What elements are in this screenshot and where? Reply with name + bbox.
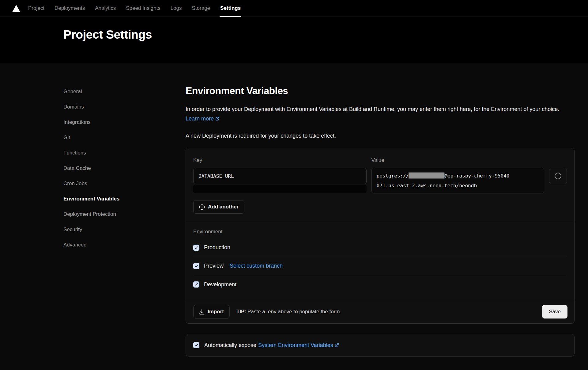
production-label: Production xyxy=(204,244,230,251)
nav-item-storage[interactable]: Storage xyxy=(192,0,210,17)
select-custom-branch-link[interactable]: Select custom branch xyxy=(230,263,283,269)
card-footer: Import TIP:Paste a .env above to populat… xyxy=(186,300,574,323)
check-icon xyxy=(194,282,198,287)
sidebar-item-deployment-protection[interactable]: Deployment Protection xyxy=(63,207,186,222)
page-title: Project Settings xyxy=(0,17,588,41)
preview-label: Preview xyxy=(204,263,224,269)
tip-text: TIP:Paste a .env above to populate the f… xyxy=(236,309,340,315)
key-input-shadow xyxy=(193,185,367,193)
env-row-development: Development xyxy=(193,275,567,294)
key-label: Key xyxy=(193,157,367,163)
nav-item-settings[interactable]: Settings xyxy=(220,0,241,17)
intro-text: In order to provide your Deployment with… xyxy=(186,105,575,124)
env-row-production: Production xyxy=(193,238,567,257)
learn-more-link[interactable]: Learn more xyxy=(186,116,220,122)
import-button[interactable]: Import xyxy=(193,305,230,319)
top-nav-tabs: Project Deployments Analytics Speed Insi… xyxy=(28,0,241,17)
key-input[interactable] xyxy=(193,168,367,184)
value-input[interactable]: postgres://@ep-raspy-cherry-95040 071.us… xyxy=(371,168,545,193)
check-icon xyxy=(194,264,198,268)
save-button[interactable]: Save xyxy=(542,305,567,319)
intro-sentence: In order to provide your Deployment with… xyxy=(186,106,559,112)
nav-item-project[interactable]: Project xyxy=(28,0,44,17)
vercel-logo-icon[interactable] xyxy=(12,5,20,12)
main-panel: Environment Variables In order to provid… xyxy=(186,63,575,361)
production-checkbox[interactable] xyxy=(193,245,199,251)
sidebar-item-functions[interactable]: Functions xyxy=(63,145,186,161)
auto-expose-checkbox[interactable] xyxy=(193,342,199,348)
page-header: Project Settings xyxy=(0,17,588,63)
sidebar-item-data-cache[interactable]: Data Cache xyxy=(63,161,186,176)
redacted-secret xyxy=(409,173,444,178)
section-title: Environment Variables xyxy=(186,85,575,97)
sidebar-item-general[interactable]: General xyxy=(63,84,186,99)
settings-sidebar: General Domains Integrations Git Functio… xyxy=(0,63,186,361)
auto-expose-card: Automatically expose System Environment … xyxy=(186,334,575,357)
add-another-label: Add another xyxy=(208,204,239,210)
remove-variable-button[interactable] xyxy=(549,168,567,184)
circle-minus-icon xyxy=(554,172,562,180)
sidebar-item-environment-variables[interactable]: Environment Variables xyxy=(63,191,186,207)
value-line2: 071.us-east-2.aws.neon.tech/neondb xyxy=(377,181,539,191)
preview-checkbox[interactable] xyxy=(193,263,199,269)
value-prefix: postgres:// xyxy=(377,173,409,179)
env-variables-card: Key Value postgres://@ep-raspy-cherry-95… xyxy=(186,148,575,324)
nav-item-speed-insights[interactable]: Speed Insights xyxy=(126,0,160,17)
development-label: Development xyxy=(204,281,236,288)
value-label: Value xyxy=(371,157,545,163)
download-icon xyxy=(199,309,205,315)
sidebar-item-security[interactable]: Security xyxy=(63,222,186,237)
check-icon xyxy=(194,343,198,347)
check-icon xyxy=(194,246,198,250)
system-env-variables-link[interactable]: System Environment Variables xyxy=(258,342,339,349)
auto-expose-label: Automatically expose xyxy=(204,342,256,349)
nav-item-deployments[interactable]: Deployments xyxy=(55,0,85,17)
nav-item-logs[interactable]: Logs xyxy=(171,0,182,17)
content: General Domains Integrations Git Functio… xyxy=(0,63,588,370)
sidebar-item-cron-jobs[interactable]: Cron Jobs xyxy=(63,176,186,191)
sidebar-item-domains[interactable]: Domains xyxy=(63,99,186,115)
nav-item-analytics[interactable]: Analytics xyxy=(95,0,116,17)
env-row-preview: Preview Select custom branch xyxy=(193,257,567,275)
environment-label: Environment xyxy=(193,229,567,235)
import-label: Import xyxy=(208,309,224,315)
sidebar-item-integrations[interactable]: Integrations xyxy=(63,115,186,130)
value-suffix: @ep-raspy-cherry-95040 xyxy=(444,173,509,179)
redeploy-note: A new Deployment is required for your ch… xyxy=(186,133,575,139)
external-link-icon xyxy=(335,343,339,347)
sidebar-item-git[interactable]: Git xyxy=(63,130,186,145)
development-checkbox[interactable] xyxy=(193,281,199,288)
external-link-icon xyxy=(215,116,220,121)
circle-plus-icon xyxy=(199,204,205,210)
top-nav: Project Deployments Analytics Speed Insi… xyxy=(0,0,588,17)
sidebar-item-advanced[interactable]: Advanced xyxy=(63,237,186,253)
add-another-button[interactable]: Add another xyxy=(193,200,244,214)
